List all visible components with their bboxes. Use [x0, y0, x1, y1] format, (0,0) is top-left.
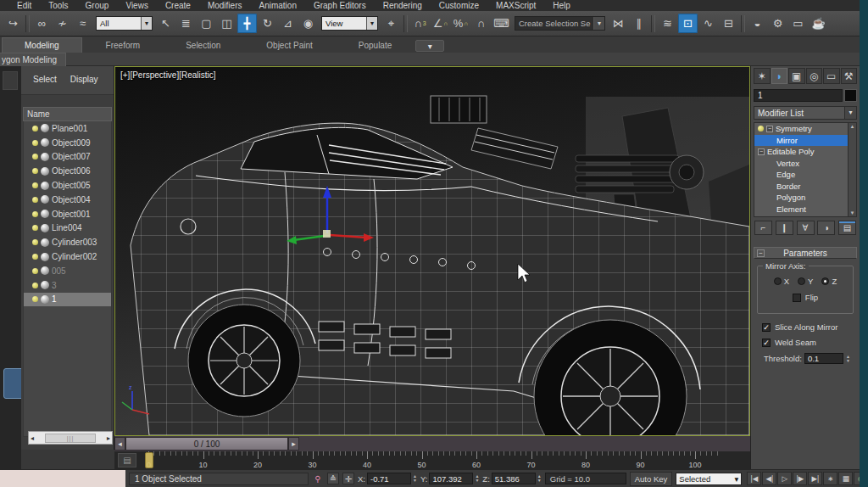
mirror-axis-radio-x[interactable]: X [774, 277, 789, 286]
create-tab[interactable]: ✶ [754, 68, 771, 84]
chevron-down-icon[interactable]: ▾ [844, 107, 856, 119]
selection-filter-dropdown[interactable]: All▾ [96, 16, 153, 31]
render-production-icon[interactable]: ☕ [809, 14, 828, 33]
chevron-down-icon[interactable]: ▾ [366, 17, 377, 30]
slice-along-mirror-checkbox[interactable]: ✓ [762, 323, 771, 332]
hierarchy-tab[interactable]: ▣ [788, 68, 805, 84]
bulb-icon[interactable] [32, 239, 38, 245]
threshold-spinner[interactable]: ▲▼ [846, 355, 850, 363]
list-item-object007[interactable]: Object007 [24, 150, 111, 165]
motion-tab[interactable]: ◎ [806, 68, 823, 84]
explorer-horizontal-scrollbar[interactable]: ◂ ||| ▸ [28, 431, 113, 445]
auto-key-button[interactable]: Auto Key [630, 472, 673, 486]
stack-scrollbar[interactable]: ▲ ▼ [848, 123, 856, 216]
configure-modifier-sets-button[interactable]: ▤ [838, 221, 856, 235]
go-to-start-button[interactable]: |◀ [747, 472, 761, 485]
scroll-left-icon[interactable]: ◂ [31, 434, 34, 442]
stack-item-mirror[interactable]: Mirror [754, 135, 856, 147]
list-item-cylinder002[interactable]: Cylinder002 [24, 249, 111, 264]
list-item-object005[interactable]: Object005 [24, 178, 111, 193]
menu-item-animation[interactable]: Animation [252, 0, 303, 11]
list-item-line004[interactable]: Line004 [24, 221, 111, 236]
coordinate-spinner[interactable]: ▲▼ [413, 474, 417, 483]
absolute-offset-mode-icon[interactable]: ✛ [342, 473, 354, 484]
select-and-rotate-icon[interactable]: ↻ [258, 14, 277, 33]
bulb-icon[interactable] [32, 254, 38, 260]
weld-seam-checkbox[interactable]: ✓ [762, 339, 771, 347]
explorer-tab-display[interactable]: Display [65, 73, 103, 86]
coordinate-value-field[interactable]: -0.71 [367, 473, 411, 484]
ribbon-tab-populate[interactable]: Populate [337, 38, 414, 53]
utilities-tab[interactable]: ⚒ [841, 68, 858, 84]
redo-icon[interactable]: ↪ [3, 14, 23, 33]
menu-item-tools[interactable]: Tools [42, 0, 75, 11]
rectangular-selection-region-icon[interactable]: ▢ [197, 14, 216, 33]
remove-modifier-button[interactable]: ◑ [817, 221, 835, 235]
schematic-view-icon[interactable]: ⊟ [719, 14, 738, 33]
bulb-icon[interactable] [32, 154, 38, 160]
threshold-field[interactable]: 0.1 [804, 353, 843, 364]
list-item-object001[interactable]: Object001 [24, 207, 111, 221]
bulb-icon[interactable] [32, 296, 38, 302]
select-and-scale-icon[interactable]: ⊿ [278, 14, 298, 33]
bulb-icon[interactable] [32, 168, 38, 174]
list-item-plane001[interactable]: Plane001 [24, 121, 111, 136]
object-color-swatch[interactable] [844, 89, 857, 102]
menu-item-graph-editors[interactable]: Graph Editors [307, 0, 373, 11]
menu-item-rendering[interactable]: Rendering [376, 0, 429, 11]
list-item-object009[interactable]: Object009 [24, 136, 111, 150]
percent-snap-icon[interactable]: %∩ [451, 14, 470, 33]
coordinate-spinner[interactable]: ▲▼ [475, 474, 479, 483]
angle-snap-icon[interactable]: ∠∩ [431, 14, 450, 33]
select-and-move-icon[interactable]: ╋ [237, 14, 257, 33]
ribbon-overflow-icon[interactable]: ▾ [415, 40, 444, 52]
scroll-right-icon[interactable]: ▸ [107, 434, 110, 442]
ribbon-tab-object-paint[interactable]: Object Paint [244, 38, 334, 53]
menu-item-create[interactable]: Create [159, 0, 198, 11]
list-item-object006[interactable]: Object006 [24, 164, 111, 178]
curve-editor-icon[interactable]: ∿ [698, 14, 718, 33]
list-item-3[interactable]: 3 [24, 278, 111, 293]
ribbon-tab-freeform[interactable]: Freeform [84, 38, 163, 53]
next-frame-button[interactable]: |▶ [793, 472, 807, 485]
show-end-result-button[interactable]: ❙ [776, 221, 793, 235]
column-header-name[interactable]: Name [23, 107, 112, 121]
stack-item-border[interactable]: Border [754, 181, 856, 193]
lock-icon[interactable]: ≙ [327, 473, 339, 484]
list-item-cylinder003[interactable]: Cylinder003 [24, 235, 111, 249]
key-filter-dropdown[interactable]: Selected ▾ [676, 473, 742, 485]
select-and-link-icon[interactable]: ∞ [32, 14, 52, 33]
list-item-1[interactable]: 1 [24, 293, 111, 307]
ribbon-tab-modeling[interactable]: Modeling [2, 37, 82, 53]
layer-manager-icon[interactable]: ≋ [658, 14, 677, 33]
material-editor-icon[interactable]: ◒ [748, 14, 767, 33]
coordinate-value-field[interactable]: 107.392 [429, 473, 473, 484]
bulb-icon[interactable] [32, 140, 38, 146]
spinner-snap-icon[interactable]: ∩ [471, 14, 491, 33]
perspective-viewport[interactable]: [+][Perspective][Realistic] [114, 66, 750, 436]
go-to-end-button[interactable]: ▶| [808, 472, 822, 485]
select-and-place-icon[interactable]: ◉ [298, 14, 318, 33]
mirror-axis-radio-y[interactable]: Y [798, 277, 813, 286]
bulb-icon[interactable] [32, 197, 38, 203]
menu-item-help[interactable]: Help [546, 0, 577, 11]
rendered-frame-window-icon[interactable]: ▭ [788, 14, 808, 33]
menu-item-views[interactable]: Views [119, 0, 155, 11]
viewport-label[interactable]: [+][Perspective][Realistic] [120, 70, 216, 80]
modifier-list-dropdown[interactable]: Modifier List ▾ [754, 106, 857, 120]
bulb-icon[interactable] [32, 211, 38, 217]
stack-item-vertex[interactable]: Vertex [754, 158, 856, 170]
explorer-tab-select[interactable]: Select [28, 73, 62, 86]
time-slider-ruler[interactable]: ▤ 102030405060708090100 0 [114, 451, 750, 469]
expand-icon[interactable]: − [758, 148, 765, 155]
pin-stack-button[interactable]: ⌐ [754, 221, 772, 235]
bulb-icon[interactable] [32, 268, 38, 274]
tab-polygon-modeling[interactable]: ygon Modeling [0, 53, 66, 66]
chevron-down-icon[interactable]: ▾ [141, 17, 152, 30]
play-button[interactable]: ▷ [777, 472, 792, 485]
mirror-icon[interactable]: ⋈ [609, 14, 628, 33]
coordinate-value-field[interactable]: 51.386 [492, 473, 536, 484]
keyboard-override-icon[interactable]: ⌨ [492, 14, 511, 33]
frame-readout[interactable]: 0 / 100 [125, 437, 288, 451]
stack-item-edge[interactable]: Edge [754, 169, 856, 181]
